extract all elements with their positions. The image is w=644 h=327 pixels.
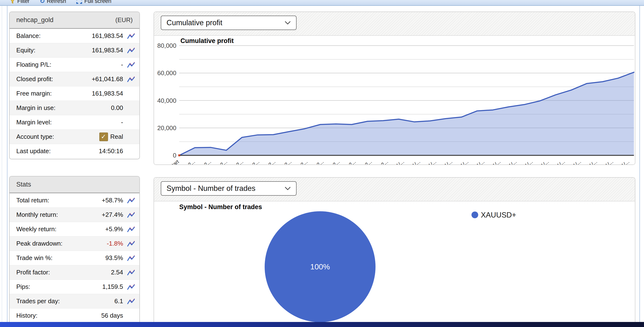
toolbar-item-filter[interactable]: Filter [10, 0, 30, 4]
table-row: Total return:+58.7% [10, 193, 140, 208]
table-row: Last update:14:50:16 [10, 144, 140, 158]
pie-type-dropdown-value: Symbol - Number of trades [166, 184, 284, 193]
mini-chart-icon[interactable] [127, 197, 136, 204]
table-row: Trade win %:93.5% [10, 251, 140, 265]
svg-text:40,000: 40,000 [157, 97, 176, 104]
table-row: Floating P/L:- [10, 58, 140, 72]
row-value-wrap: 1,159.5 [102, 283, 123, 290]
mini-chart-icon[interactable] [127, 76, 136, 83]
row-label: Account type: [16, 133, 99, 140]
svg-text:12...: 12... [233, 159, 244, 164]
row-value-wrap: - [121, 61, 123, 68]
row-label: Free margin: [16, 90, 92, 97]
svg-text:1/...: 1/... [556, 159, 566, 164]
toolbar-item-label: Refresh [47, 0, 66, 4]
svg-text:1/...: 1/... [620, 159, 630, 164]
row-icon-slot [123, 225, 136, 234]
mini-chart-icon[interactable] [127, 33, 136, 40]
svg-text:Symbol - Number of trades: Symbol - Number of trades [179, 203, 262, 211]
mini-chart-icon[interactable] [127, 254, 136, 262]
toolbar-item-refresh[interactable]: ↻Refresh [40, 0, 66, 5]
pie-type-dropdown[interactable]: Symbol - Number of trades [161, 181, 296, 196]
svg-text:1/...: 1/... [540, 159, 550, 164]
row-value: 0.00 [111, 104, 123, 112]
row-value-wrap: -1.8% [107, 240, 123, 247]
svg-text:12...: 12... [185, 159, 196, 164]
svg-text:12...: 12... [265, 159, 276, 164]
dashboard-page: Filter↻RefreshFull screen nehcap_gold (E… [0, 0, 644, 327]
toolbar-item-label: Filter [17, 0, 30, 4]
row-value-wrap: +61,041.68 [92, 75, 123, 83]
svg-text:12...: 12... [362, 159, 373, 164]
mini-chart-icon[interactable] [127, 47, 136, 54]
mini-chart-icon[interactable] [127, 226, 136, 233]
mini-chart-icon[interactable] [127, 61, 136, 68]
row-value: 161,983.54 [92, 47, 123, 54]
top-toolbar: Filter↻RefreshFull screen [0, 0, 644, 6]
row-icon-slot [123, 239, 136, 248]
svg-text:1/...: 1/... [508, 159, 518, 164]
row-value: +61,041.68 [92, 75, 123, 83]
row-value-wrap: 161,983.54 [92, 90, 123, 97]
row-value-wrap: 6.1 [114, 297, 123, 305]
svg-text:Start: Start [168, 159, 180, 164]
area-chart-svg: 020,00040,00060,00080,000Start12...12...… [154, 36, 635, 164]
chart-toolbar-area: Cumulative profit [154, 12, 635, 36]
svg-text:1/...: 1/... [411, 159, 421, 164]
row-label: Total return: [16, 197, 102, 204]
table-row: Peak drawdown:-1.8% [10, 236, 140, 251]
row-value: 2.54 [111, 269, 123, 276]
row-icon-slot [123, 133, 136, 141]
svg-text:1/...: 1/... [443, 159, 453, 164]
row-label: History: [16, 312, 101, 319]
svg-text:1/...: 1/... [492, 159, 502, 164]
toolbar-item-full-screen[interactable]: Full screen [76, 0, 111, 4]
chevron-down-icon [284, 21, 291, 25]
pie-toolbar-area: Symbol - Number of trades [154, 178, 635, 201]
table-row: Balance:161,983.54 [10, 29, 140, 43]
row-label: Margin level: [16, 119, 121, 126]
row-value: +5.9% [105, 225, 123, 233]
stats-panel: Stats Total return:+58.7%Monthly return:… [9, 176, 140, 326]
real-account-checkbox-icon: ✓ [99, 133, 108, 141]
svg-text:20,000: 20,000 [157, 124, 176, 132]
bottom-taskbar [0, 322, 644, 327]
account-name: nehcap_gold [16, 16, 54, 24]
svg-text:12...: 12... [201, 159, 212, 164]
row-value-wrap: 56 days [101, 312, 123, 319]
row-value: 93.5% [105, 254, 123, 262]
legend-label[interactable]: XAUUSD+ [481, 211, 516, 219]
filter-icon [10, 0, 15, 4]
row-value-wrap: 161,983.54 [92, 32, 123, 40]
mini-chart-icon[interactable] [127, 211, 136, 218]
row-icon-slot [123, 311, 136, 320]
svg-text:1/...: 1/... [572, 159, 582, 164]
account-info-panel: nehcap_gold (EUR) Balance:161,983.54Equi… [9, 12, 140, 159]
symbol-trades-panel: Symbol - Number of trades Symbol - Numbe… [154, 177, 635, 327]
mini-chart-icon[interactable] [127, 240, 136, 247]
row-label: Trades per day: [16, 297, 114, 305]
mini-chart-icon[interactable] [127, 298, 136, 305]
row-value-wrap: +27.4% [102, 211, 123, 218]
row-icon-slot [123, 89, 136, 98]
svg-text:1/...: 1/... [427, 159, 437, 164]
fullscreen-icon [76, 0, 82, 4]
mini-chart-icon[interactable] [127, 269, 136, 276]
row-icon-slot [123, 211, 136, 219]
row-label: Pips: [16, 283, 102, 290]
row-label: Balance: [16, 32, 92, 40]
chart-type-dropdown[interactable]: Cumulative profit [161, 16, 296, 30]
cumulative-profit-panel: Cumulative profit 020,00040,00060,00080,… [154, 12, 635, 165]
svg-text:12...: 12... [217, 159, 228, 164]
svg-text:1/...: 1/... [604, 159, 614, 164]
table-row: Account type:✓Real [10, 130, 140, 144]
chart-type-dropdown-value: Cumulative profit [166, 19, 284, 27]
table-row: Equity:161,983.54 [10, 43, 140, 58]
row-value: - [121, 119, 123, 126]
table-row: History:56 days [10, 308, 140, 323]
frame-border-left-outer [2, 6, 2, 322]
mini-chart-icon[interactable] [127, 283, 136, 290]
svg-text:12...: 12... [281, 159, 292, 164]
row-value-wrap: 93.5% [105, 254, 123, 262]
row-icon-slot [123, 32, 136, 40]
